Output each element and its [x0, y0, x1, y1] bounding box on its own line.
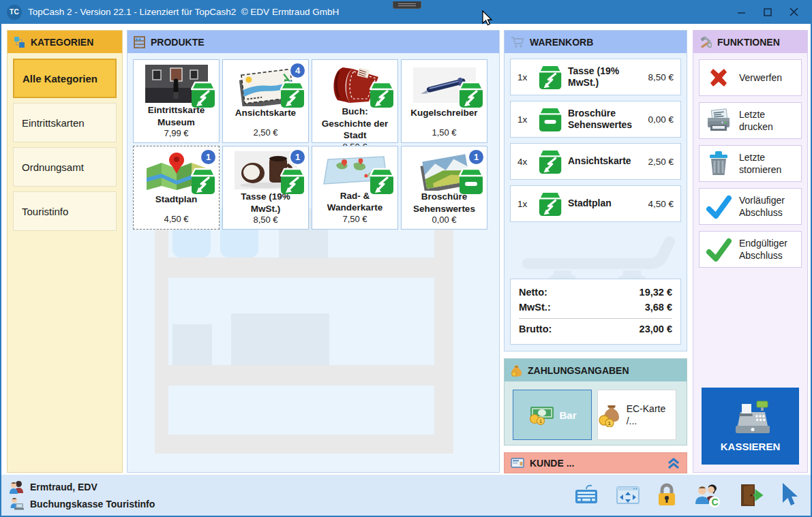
- basket-slot-icon: [539, 106, 562, 132]
- maximize-icon: [764, 8, 772, 16]
- svg-text:1: 1: [608, 420, 612, 426]
- add-to-cart-icon: [370, 168, 394, 195]
- cart-row-stadtplan[interactable]: 1x Stadtplan 4,50 €: [510, 185, 681, 222]
- pointer-mode-icon[interactable]: [781, 482, 800, 508]
- cart-panel: WARENKORB 1x Tasse (19% MwSt.) 8,50 € 1x: [504, 30, 687, 351]
- app-logo: TC: [7, 5, 22, 20]
- final-close-button[interactable]: Endgültiger Abschluss: [699, 231, 802, 268]
- minimize-icon: [738, 8, 746, 16]
- trash-icon: [705, 150, 732, 177]
- category-ordnungsamt[interactable]: Ordnungsamt: [13, 147, 117, 187]
- sitemap-icon: [14, 36, 25, 48]
- netto-label: Netto:: [519, 285, 547, 300]
- moneybag-icon: [511, 364, 522, 377]
- cart-count-badge: 4: [289, 62, 306, 79]
- payment-ec-button[interactable]: 1 EC-Karte /...: [597, 390, 676, 440]
- products-header: PRODUKTE: [127, 31, 499, 53]
- customer-header[interactable]: KUNDE ...: [505, 453, 687, 473]
- add-to-cart-icon: [191, 168, 215, 195]
- add-to-cart-icon: [280, 81, 305, 108]
- cash-icon: 1: [528, 405, 555, 425]
- functions-header: FUNKTIONEN: [693, 31, 807, 53]
- discard-x-icon: [705, 64, 732, 91]
- cart-count-badge: 1: [289, 148, 306, 166]
- brutto-value: 23,00 €: [640, 322, 672, 337]
- tools-icon: [700, 36, 712, 48]
- touch-grip-handle[interactable]: [393, 0, 421, 9]
- preliminary-close-button[interactable]: Vorläufiger Abschluss: [699, 188, 802, 225]
- basket-arrow-icon: [539, 64, 562, 90]
- cart-totals: Netto:19,32 € MwSt.:3,68 € Brutto:23,00 …: [510, 279, 681, 345]
- main-area: KATEGORIEN Alle Kategorien Eintrittskart…: [1, 24, 811, 475]
- mwst-value: 3,68 €: [645, 300, 672, 315]
- cart-count-badge: 1: [200, 148, 217, 166]
- payment-bar-button[interactable]: 1 Bar: [513, 390, 592, 440]
- topcash-window: TC TopCash 2 - Version 22.1 - Lizenziert…: [0, 0, 812, 517]
- cart-row-broschuere[interactable]: 1x Broschüre Sehenswertes 0,00 €: [510, 101, 681, 138]
- brutto-label: Brutto:: [519, 322, 552, 337]
- moneybag-coin-icon: 1: [598, 403, 622, 427]
- product-tile-broschuere[interactable]: 1 Broschüre Sehe: [401, 146, 487, 230]
- cancel-last-button[interactable]: Letzte stornieren: [699, 145, 802, 182]
- maximize-button[interactable]: [755, 0, 781, 24]
- in-cart-icon: [459, 168, 483, 195]
- statusbar: Ermtraud, EDV Buchungskasse Touristinfo: [1, 475, 811, 516]
- basket-arrow-icon: [539, 191, 562, 217]
- cash-register-icon: [731, 400, 770, 435]
- printer-icon: [705, 107, 732, 134]
- discard-button[interactable]: Verwerfen: [699, 59, 802, 96]
- green-check-icon: [705, 236, 732, 263]
- cart-row-ansichtskarte[interactable]: 4x Ansichtskarte 2,50 €: [510, 143, 681, 180]
- category-alle-kategorien[interactable]: Alle Kategorien: [13, 59, 117, 98]
- titlebar: TC TopCash 2 - Version 22.1 - Lizenziert…: [0, 0, 812, 24]
- switch-user-icon[interactable]: C: [693, 482, 721, 508]
- customer-panel[interactable]: KUNDE ...: [504, 452, 687, 473]
- blue-check-icon: [705, 193, 732, 220]
- user-pair-icon: [8, 480, 25, 495]
- add-to-cart-icon: [459, 81, 483, 108]
- lock-icon[interactable]: [657, 483, 677, 507]
- product-tile-tasse[interactable]: 1 Tasse (19% MwSt.): [222, 146, 309, 230]
- product-tile-ansichtskarte[interactable]: 4: [222, 59, 309, 143]
- payment-header: ZAHLUNGSANGABEN: [505, 359, 687, 381]
- svg-text:C: C: [712, 497, 719, 507]
- cart-icon: [511, 36, 524, 48]
- close-icon: [790, 7, 798, 16]
- window-resize-icon[interactable]: [616, 484, 640, 506]
- product-tile-wanderkarte[interactable]: Rad- & Wanderkarte 7,50 €: [312, 146, 398, 230]
- register-user-icon: [8, 497, 25, 511]
- product-tile-stadtplan[interactable]: 1 Stadtplan: [133, 146, 220, 230]
- product-tile-kugelschreiber[interactable]: Kugelschreiber 1,50 €: [401, 59, 487, 143]
- cart-header: WARENKORB: [505, 31, 687, 53]
- functions-panel: FUNKTIONEN Verwerfen: [693, 30, 808, 473]
- checkout-button[interactable]: KASSIEREN: [702, 388, 799, 465]
- shelf-icon: [134, 36, 145, 48]
- window-title: TopCash 2 - Version 22.1 - Lizenziert fü…: [28, 7, 339, 17]
- basket-arrow-icon: [539, 148, 562, 174]
- add-to-cart-icon: [280, 168, 305, 195]
- product-tile-buch-geschichte[interactable]: Buch: Geschichte der Stadt 8,50 €: [312, 59, 398, 143]
- mwst-label: MwSt.:: [519, 300, 551, 315]
- payment-panel: ZAHLUNGSANGABEN 1 Bar: [504, 358, 687, 445]
- products-panel: PRODUKTE: [127, 30, 500, 473]
- product-tile-eintrittskarte-museum[interactable]: Eintrittskarte Museum 7,99 €: [133, 59, 220, 143]
- cart-count-badge: 1: [468, 148, 485, 166]
- category-eintrittskarten[interactable]: Eintrittskarten: [13, 103, 117, 142]
- add-to-cart-icon: [191, 81, 215, 108]
- categories-panel: KATEGORIEN Alle Kategorien Eintrittskart…: [7, 30, 123, 473]
- category-touristinfo[interactable]: Touristinfo: [13, 191, 117, 231]
- netto-value: 19,32 €: [640, 285, 672, 300]
- print-last-button[interactable]: Letzte drucken: [699, 102, 802, 139]
- idcard-icon: [511, 458, 524, 468]
- keyboard-icon[interactable]: [573, 484, 599, 507]
- categories-header: KATEGORIEN: [7, 31, 122, 53]
- cart-row-tasse[interactable]: 1x Tasse (19% MwSt.) 8,50 €: [510, 59, 681, 95]
- close-button[interactable]: [781, 0, 807, 24]
- add-to-cart-icon: [370, 81, 394, 108]
- mouse-cursor: [481, 10, 494, 27]
- minimize-button[interactable]: [729, 0, 755, 24]
- svg-text:1: 1: [539, 419, 542, 424]
- chevron-double-up-icon[interactable]: [667, 457, 680, 469]
- exit-door-icon[interactable]: [737, 482, 764, 508]
